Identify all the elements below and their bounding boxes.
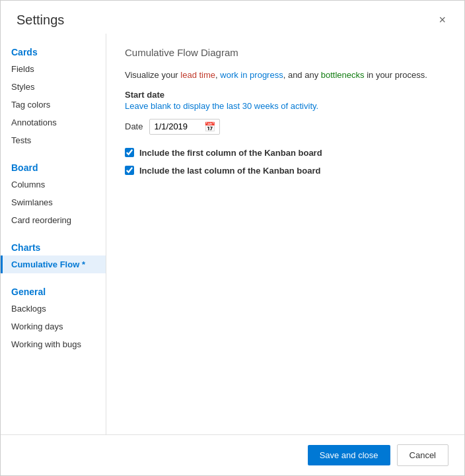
dialog-title: Settings — [17, 13, 64, 28]
date-row: Date 📅 — [125, 119, 446, 135]
sidebar-item-swimlanes[interactable]: Swimlanes — [1, 193, 106, 211]
sidebar-section-board[interactable]: Board — [1, 154, 106, 176]
sidebar-item-working-days[interactable]: Working days — [1, 318, 106, 335]
dialog-footer: Save and close Cancel — [1, 434, 464, 475]
section-title: Cumulative Flow Diagram — [125, 47, 446, 58]
include-last-column-row: Include the last column of the Kanban bo… — [125, 166, 446, 176]
start-date-hint: Leave blank to display the last 30 weeks… — [125, 101, 446, 111]
green-text: bottlenecks — [321, 70, 365, 80]
sidebar-item-styles[interactable]: Styles — [1, 78, 106, 96]
sidebar-item-cumulative-flow[interactable]: Cumulative Flow * — [1, 255, 106, 273]
calendar-icon[interactable]: 📅 — [204, 121, 215, 132]
sidebar-item-tests[interactable]: Tests — [1, 131, 106, 149]
sidebar-item-annotations[interactable]: Annotations — [1, 114, 106, 131]
date-label: Date — [125, 121, 143, 131]
sidebar-item-tag-colors[interactable]: Tag colors — [1, 96, 106, 114]
sidebar: Cards Fields Styles Tag colors Annotatio… — [1, 34, 106, 434]
include-last-column-label: Include the last column of the Kanban bo… — [139, 166, 320, 176]
sidebar-item-columns[interactable]: Columns — [1, 176, 106, 193]
include-first-column-label: Include the first column of the Kanban b… — [139, 148, 322, 158]
date-input-wrapper: 📅 — [149, 119, 220, 135]
sidebar-item-backlogs[interactable]: Backlogs — [1, 300, 106, 318]
settings-dialog: Settings × Cards Fields Styles Tag color… — [0, 0, 465, 476]
sidebar-section-charts[interactable]: Charts — [1, 234, 106, 255]
sidebar-item-working-with-bugs[interactable]: Working with bugs — [1, 335, 106, 353]
include-last-column-checkbox[interactable] — [125, 166, 134, 175]
sidebar-item-card-reordering[interactable]: Card reordering — [1, 211, 106, 229]
sidebar-section-cards[interactable]: Cards — [1, 39, 106, 60]
red-text: lead time — [180, 70, 215, 80]
sidebar-item-fields[interactable]: Fields — [1, 60, 106, 78]
dialog-body: Cards Fields Styles Tag colors Annotatio… — [1, 34, 464, 434]
close-button[interactable]: × — [433, 11, 451, 28]
cancel-button[interactable]: Cancel — [397, 444, 448, 466]
include-first-column-checkbox[interactable] — [125, 148, 134, 157]
save-and-close-button[interactable]: Save and close — [308, 445, 390, 465]
blue-text: work in progress — [220, 70, 283, 80]
date-input[interactable] — [154, 121, 200, 131]
description-text: Visualize your lead time, work in progre… — [125, 69, 446, 82]
start-date-label: Start date — [125, 90, 446, 100]
sidebar-section-general[interactable]: General — [1, 279, 106, 300]
main-content: Cumulative Flow Diagram Visualize your l… — [106, 34, 464, 434]
include-first-column-row: Include the first column of the Kanban b… — [125, 148, 446, 158]
dialog-header: Settings × — [1, 1, 464, 34]
